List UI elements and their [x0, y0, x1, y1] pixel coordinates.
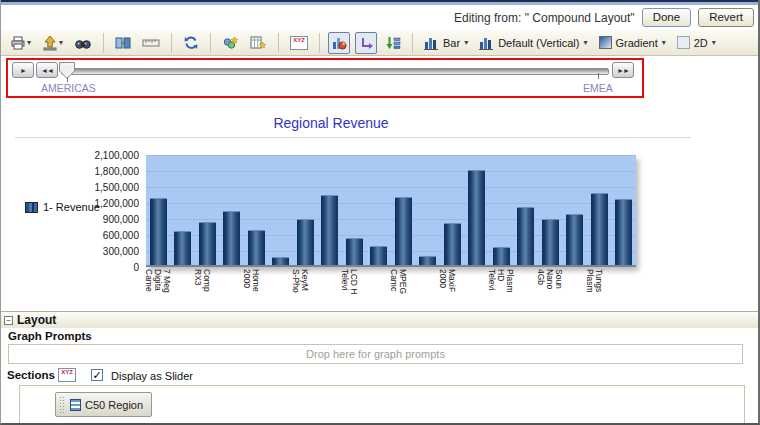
slider-play-button[interactable]: ► [12, 62, 34, 78]
bar [370, 246, 387, 265]
bar [542, 219, 559, 265]
slider-track[interactable] [61, 68, 609, 75]
bar [272, 257, 289, 265]
preview-button[interactable] [71, 32, 95, 54]
graph-prompts-dropzone[interactable]: Drop here for graph prompts [8, 344, 743, 364]
bar [566, 214, 583, 265]
toolbar-separator [278, 33, 279, 53]
graph-type-label: Bar [443, 37, 460, 49]
x-tick-label: LCD H Televi [340, 269, 358, 313]
revert-button[interactable]: Revert [698, 8, 754, 27]
graph-type-dropdown[interactable]: Bar ▾ [421, 34, 471, 52]
x-tick-label: Soun Nano 4Gb [536, 269, 563, 313]
binoculars-icon [74, 35, 92, 51]
bar [321, 195, 338, 265]
section-item-label: C50 Region [85, 399, 143, 411]
graph-style-label: Gradient [616, 37, 658, 49]
y-axis-labels: 2,100,0001,800,0001,500,0001,200,000900,… [51, 155, 139, 275]
toolbar-separator [412, 33, 413, 53]
chart-title: Regional Revenue [21, 115, 641, 131]
bar [517, 207, 534, 265]
bar [615, 199, 632, 265]
x-tick-label: MPEG Camc [389, 269, 407, 313]
plot-area [146, 155, 636, 267]
bar [444, 223, 461, 265]
y-tick-label: 1,800,000 [51, 166, 139, 177]
export-button[interactable]: ▾ [39, 32, 66, 54]
export-icon [42, 35, 58, 51]
graph-style-dropdown[interactable]: Gradient ▾ [596, 34, 669, 51]
collapse-icon[interactable]: − [4, 316, 13, 325]
panels-button[interactable] [112, 32, 134, 54]
bar [297, 219, 314, 265]
ruler-icon [142, 35, 160, 51]
print-caret-icon[interactable]: ▾ [27, 39, 31, 47]
slider-rewind-button[interactable]: ◄◄ [36, 62, 58, 78]
swap-axes-button[interactable] [355, 32, 377, 54]
sections-dropzone[interactable]: C50 Region [19, 385, 745, 425]
y-tick-label: 0 [51, 262, 139, 273]
sort-button[interactable] [382, 32, 404, 54]
graph-type-button[interactable] [328, 32, 350, 54]
new-group-icon [222, 35, 239, 51]
layout-section-header[interactable]: − Layout [1, 311, 758, 328]
section-item-c50-region[interactable]: C50 Region [55, 392, 152, 417]
edit-header: Editing from: " Compound Layout" Done Re… [1, 5, 758, 30]
chart-title-rule [15, 137, 691, 138]
print-button[interactable]: ▾ [7, 32, 34, 54]
refresh-icon [183, 35, 199, 51]
y-tick-label: 300,000 [51, 246, 139, 257]
bar [395, 197, 412, 265]
swap-axes-icon [358, 35, 374, 51]
export-caret-icon[interactable]: ▾ [59, 39, 63, 47]
bar [199, 222, 216, 266]
bar [174, 231, 191, 265]
layout-title: Layout [17, 313, 56, 327]
x-tick-label: Comp RX3 [193, 269, 211, 313]
graph-editor-window: Editing from: " Compound Layout" Done Re… [0, 0, 760, 425]
ruler-button[interactable] [139, 32, 163, 54]
printer-icon [10, 35, 26, 51]
bar-chart-icon [479, 36, 494, 50]
toolbar-separator [103, 33, 104, 53]
refresh-button[interactable] [180, 32, 202, 54]
graph-dimension-dropdown[interactable]: 2D ▾ [674, 34, 719, 51]
text-properties-button[interactable]: XYZ [287, 33, 311, 53]
bar [346, 238, 363, 265]
bar [419, 256, 436, 265]
graph-dimension-label: 2D [694, 37, 708, 49]
bar [591, 193, 608, 265]
y-tick-label: 900,000 [51, 214, 139, 225]
panels-icon [115, 35, 131, 51]
slider-end-label: EMEA [583, 82, 613, 94]
x-axis-labels: 7 Meg Digita CameComp RX3Home 2000KeyM S… [146, 269, 636, 315]
x-tick-label: Tungs Plasm [585, 269, 603, 313]
toolbar-separator [171, 33, 172, 53]
bar [493, 247, 510, 265]
done-button[interactable]: Done [642, 8, 692, 27]
2d-style-icon [677, 36, 690, 49]
new-calc-item-icon [250, 35, 267, 51]
graph-type-icon [331, 35, 347, 51]
slider-forward-button[interactable]: ►► [612, 62, 634, 78]
sections-properties-icon[interactable]: XYZ [58, 368, 76, 382]
graph-toolbar: ▾ ▾ XYZ [1, 30, 758, 56]
bar [150, 198, 167, 265]
x-tick-label: 7 Meg Digita Came [144, 269, 171, 313]
y-tick-label: 600,000 [51, 230, 139, 241]
bar [248, 230, 265, 265]
editing-from-label: Editing from: " Compound Layout" [454, 11, 635, 25]
drag-handle-icon[interactable] [59, 396, 66, 414]
new-calc-item-button[interactable] [247, 32, 270, 54]
section-slider-panel: ► ◄◄ ►► AMERICAS EMEA [6, 58, 644, 98]
sort-icon [385, 35, 401, 51]
gradient-style-icon [599, 36, 612, 49]
bar [223, 211, 240, 265]
new-group-button[interactable] [219, 32, 242, 54]
slider-end-tick [598, 73, 599, 79]
y-tick-label: 1,200,000 [51, 198, 139, 209]
graph-subtype-label: Default (Vertical) [498, 37, 579, 49]
display-as-slider-checkbox[interactable]: ✓ [91, 369, 103, 381]
y-tick-label: 1,500,000 [51, 182, 139, 193]
graph-subtype-dropdown[interactable]: Default (Vertical) ▾ [476, 34, 590, 52]
